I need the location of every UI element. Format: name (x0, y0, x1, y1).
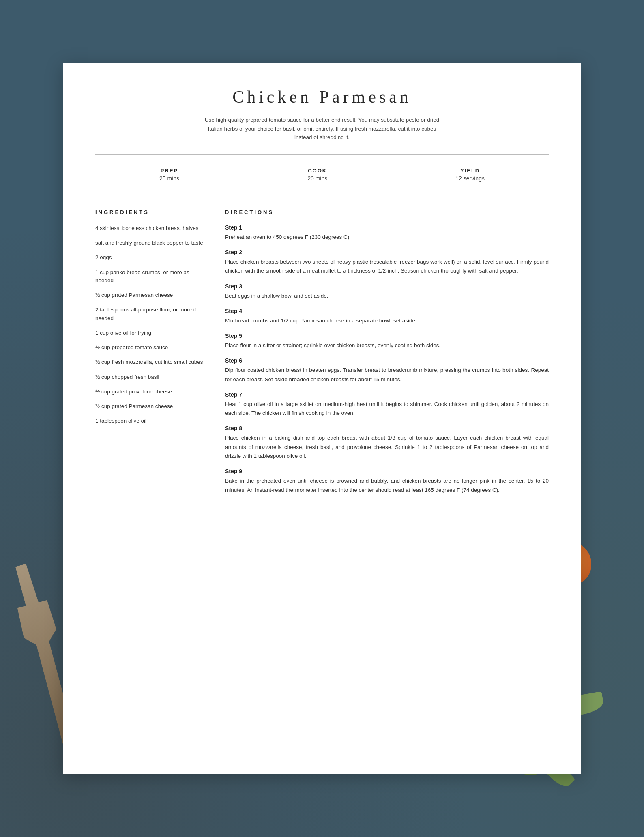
step-4: Step 5 Place flour in a sifter or strain… (225, 333, 549, 350)
step-3-text: Mix bread crumbs and 1/2 cup Parmesan ch… (225, 316, 549, 325)
meta-cook: COOK 20 mins (307, 167, 327, 182)
recipe-card: Chicken Parmesan Use high-quality prepar… (63, 63, 581, 774)
recipe-subtitle: Use high-quality prepared tomato sauce f… (200, 116, 444, 142)
meta-yield: YIELD 12 servings (455, 167, 485, 182)
recipe-title: Chicken Parmesan (95, 87, 549, 107)
ingredient-8: ½ cup fresh mozzarella, cut into small c… (95, 358, 209, 366)
prep-label: PREP (159, 167, 179, 174)
step-7-heading: Step 8 (225, 425, 549, 431)
ingredient-7: ½ cup prepared tomato sauce (95, 343, 209, 352)
ingredient-3: 1 cup panko bread crumbs, or more as nee… (95, 268, 209, 285)
step-8: Step 9 Bake in the preheated oven until … (225, 468, 549, 495)
bottom-divider (95, 195, 549, 195)
step-2: Step 3 Beat eggs in a shallow bowl and s… (225, 283, 549, 300)
prep-value: 25 mins (159, 175, 179, 182)
step-2-heading: Step 3 (225, 283, 549, 290)
ingredients-heading: INGREDIENTS (95, 209, 209, 215)
step-0-text: Preheat an oven to 450 degrees F (230 de… (225, 233, 549, 242)
cook-value: 20 mins (307, 175, 327, 182)
step-5-heading: Step 6 (225, 357, 549, 364)
step-4-text: Place flour in a sifter or strainer; spr… (225, 341, 549, 350)
step-6: Step 7 Heat 1 cup olive oil in a large s… (225, 391, 549, 418)
top-divider (95, 154, 549, 155)
step-5: Step 6 Dip flour coated chicken breast i… (225, 357, 549, 384)
meta-prep: PREP 25 mins (159, 167, 179, 182)
step-2-text: Beat eggs in a shallow bowl and set asid… (225, 292, 549, 300)
ingredient-6: 1 cup olive oil for frying (95, 329, 209, 337)
ingredient-12: 1 tablespoon olive oil (95, 417, 209, 425)
step-1-text: Place chicken breasts between two sheets… (225, 258, 549, 276)
yield-label: YIELD (455, 167, 485, 174)
meta-row: PREP 25 mins COOK 20 mins YIELD 12 servi… (95, 163, 549, 187)
step-8-heading: Step 9 (225, 468, 549, 474)
yield-value: 12 servings (455, 175, 485, 182)
directions-column: DIRECTIONS Step 1 Preheat an oven to 450… (225, 209, 549, 502)
step-0: Step 1 Preheat an oven to 450 degrees F … (225, 224, 549, 242)
step-7: Step 8 Place chicken in a baking dish an… (225, 425, 549, 461)
ingredient-4: ½ cup grated Parmesan cheese (95, 291, 209, 299)
step-6-text: Heat 1 cup olive oil in a large skillet … (225, 400, 549, 418)
step-1-heading: Step 2 (225, 249, 549, 255)
ingredient-10: ½ cup grated provolone cheese (95, 388, 209, 396)
directions-heading: DIRECTIONS (225, 209, 549, 215)
ingredient-0: 4 skinless, boneless chicken breast halv… (95, 224, 209, 232)
ingredient-5: 2 tablespoons all-purpose flour, or more… (95, 306, 209, 322)
cook-label: COOK (307, 167, 327, 174)
ingredient-9: ½ cup chopped fresh basil (95, 373, 209, 381)
step-6-heading: Step 7 (225, 391, 549, 398)
step-5-text: Dip flour coated chicken breast in beate… (225, 366, 549, 384)
step-7-text: Place chicken in a baking dish and top e… (225, 434, 549, 461)
step-8-text: Bake in the preheated oven until cheese … (225, 476, 549, 495)
ingredient-1: salt and freshly ground black pepper to … (95, 239, 209, 247)
ingredient-2: 2 eggs (95, 253, 209, 262)
step-1: Step 2 Place chicken breasts between two… (225, 249, 549, 276)
step-4-heading: Step 5 (225, 333, 549, 339)
step-0-heading: Step 1 (225, 224, 549, 231)
step-3: Step 4 Mix bread crumbs and 1/2 cup Parm… (225, 308, 549, 325)
ingredients-column: INGREDIENTS 4 skinless, boneless chicken… (95, 209, 209, 502)
ingredient-11: ½ cup grated Parmesan cheese (95, 402, 209, 410)
step-3-heading: Step 4 (225, 308, 549, 314)
content-columns: INGREDIENTS 4 skinless, boneless chicken… (95, 209, 549, 502)
